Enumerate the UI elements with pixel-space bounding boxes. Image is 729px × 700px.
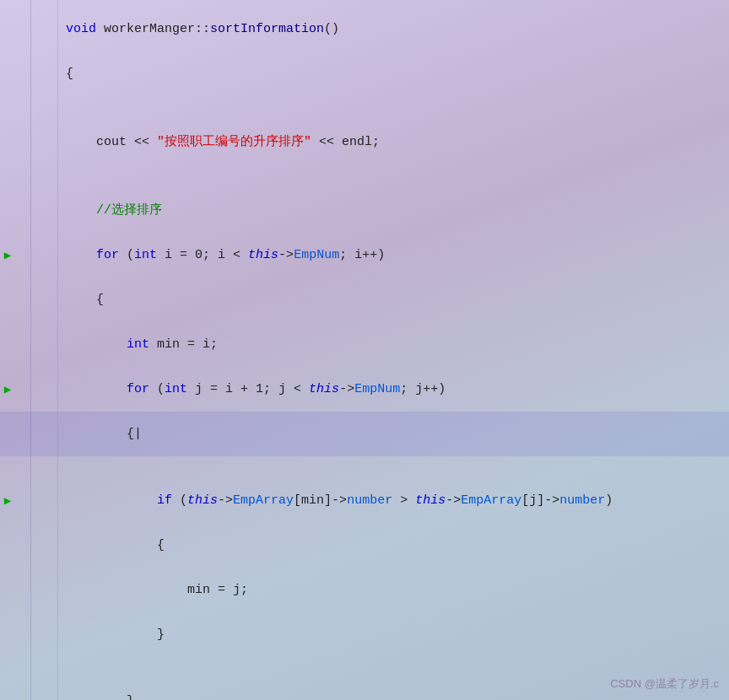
breakpoint-arrow-13: ▶ <box>4 493 11 508</box>
code-line-8: { <box>0 277 729 322</box>
code-line-3 <box>0 96 729 118</box>
code-content-6: //选择排序 <box>14 187 162 232</box>
gutter-10: ▶ <box>0 382 14 396</box>
code-line-16: } <box>0 612 729 657</box>
code-content-15: min = j; <box>14 568 248 611</box>
code-content-11: {| <box>14 412 142 455</box>
code-line-5 <box>0 164 729 186</box>
code-editor: void workerManger::sortInformation() { c… <box>0 0 729 700</box>
code-content-17 <box>14 661 28 676</box>
code-content-16: } <box>14 613 165 656</box>
code-line-9: int min = i; <box>0 322 729 367</box>
code-line-13: ▶ if (this->EmpArray[min]->number > this… <box>0 478 729 523</box>
code-content-4: cout << "按照职工编号的升序排序" << endl; <box>14 119 380 164</box>
code-line-7: ▶ for (int i = 0; i < this->EmpNum; i++) <box>0 233 729 277</box>
code-line-1: void workerManger::sortInformation() <box>0 7 729 51</box>
code-line-6: //选择排序 <box>0 186 729 233</box>
gutter-7: ▶ <box>0 248 14 262</box>
code-content-13: if (this->EmpArray[min]->number > this->… <box>14 479 613 522</box>
code-line-14: { <box>0 523 729 568</box>
code-line-4: cout << "按照职工编号的升序排序" << endl; <box>0 118 729 164</box>
code-content-1: void workerManger::sortInformation() <box>14 8 339 51</box>
code-line-2: { <box>0 51 729 96</box>
code-content-18: } <box>14 680 134 700</box>
code-content-10: for (int j = i + 1; j < this->EmpNum; j+… <box>14 368 446 411</box>
code-content-5 <box>14 169 28 183</box>
watermark: CSDN @温柔了岁月.c <box>610 676 719 692</box>
code-content-9: int min = i; <box>14 323 218 366</box>
code-content-7: for (int i = 0; i < this->EmpNum; i++) <box>14 234 385 277</box>
code-content-8: { <box>14 278 104 321</box>
breakpoint-arrow-10: ▶ <box>4 382 11 396</box>
code-content-12 <box>14 460 28 475</box>
code-content-2: { <box>14 52 73 95</box>
gutter-13: ▶ <box>0 493 14 508</box>
code-line-15: min = j; <box>0 568 729 612</box>
code-content-3 <box>14 100 28 115</box>
code-line-12 <box>0 456 729 478</box>
code-line-10: ▶ for (int j = i + 1; j < this->EmpNum; … <box>0 367 729 412</box>
code-content-14: { <box>14 524 165 567</box>
code-line-11: {| <box>0 412 729 456</box>
breakpoint-arrow-7: ▶ <box>4 248 11 262</box>
